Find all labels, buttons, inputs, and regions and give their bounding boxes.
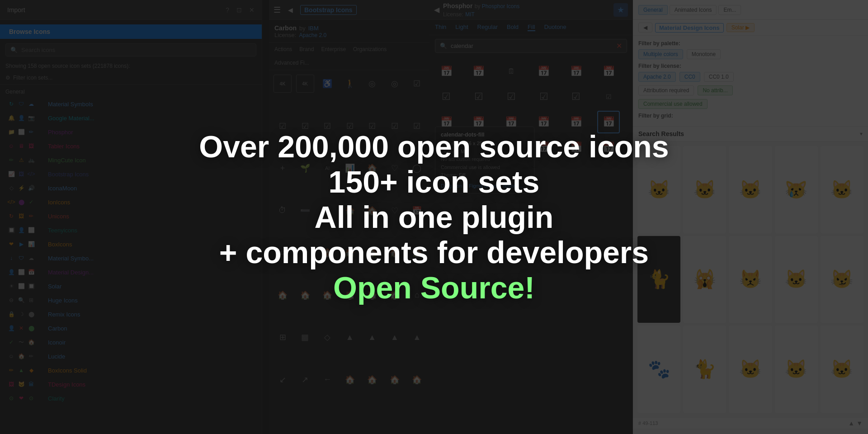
overlay-line-4: + components for developers xyxy=(199,235,669,270)
overlay-text: Over 200,000 open source icons 150+ icon… xyxy=(199,129,669,306)
overlay-line-3: All in one plugin xyxy=(199,199,669,235)
overlay-line-1: Over 200,000 open source icons xyxy=(199,129,669,164)
overlay: Over 200,000 open source icons 150+ icon… xyxy=(0,0,868,434)
overlay-line-2: 150+ icon sets xyxy=(199,164,669,199)
overlay-line-5: Open Source! xyxy=(199,270,669,305)
